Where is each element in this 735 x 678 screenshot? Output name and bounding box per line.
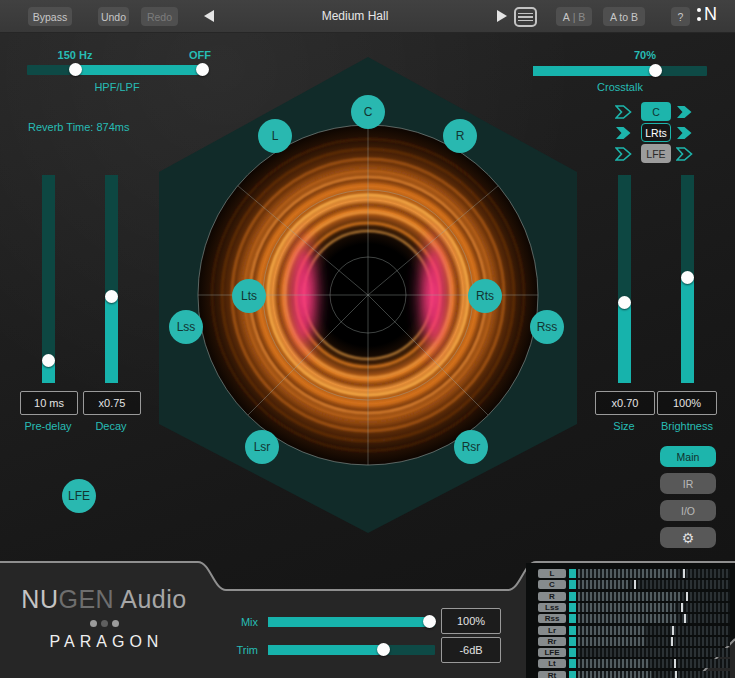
- trim-slider[interactable]: [268, 645, 435, 655]
- mix-value-box[interactable]: 100%: [441, 608, 501, 634]
- brand-dots-icon: [14, 620, 194, 627]
- a-to-b-button[interactable]: A to B: [603, 7, 645, 26]
- tab-io[interactable]: I/O: [660, 500, 716, 521]
- meter-label: Rt: [538, 671, 566, 678]
- nugen-n-logo: N: [697, 5, 717, 23]
- meter-label: Rss: [538, 614, 566, 623]
- meter-peak-tick: [634, 580, 636, 589]
- meter-label: Lt: [538, 659, 566, 668]
- meter-input-block: [569, 592, 576, 601]
- trim-label: Trim: [198, 644, 258, 656]
- channel-node-lsr[interactable]: Lsr: [245, 430, 279, 464]
- meter-row-lr: Lr: [538, 626, 732, 635]
- meter-bar: [578, 659, 730, 668]
- meter-input-block: [569, 659, 576, 668]
- meter-row-lfe: LFE: [538, 648, 732, 657]
- mix-handle[interactable]: [423, 615, 436, 628]
- meter-input-block: [569, 569, 576, 578]
- meter-peak-tick: [671, 637, 673, 646]
- meter-peak-tick: [686, 592, 688, 601]
- channel-node-lts[interactable]: Lts: [232, 279, 266, 313]
- settings-button[interactable]: ⚙: [660, 527, 716, 548]
- tab-ir[interactable]: IR: [660, 473, 716, 494]
- channel-node-l[interactable]: L: [258, 119, 292, 153]
- meter-input-block: [569, 614, 576, 623]
- meter-input-block: [569, 580, 576, 589]
- title-bar: Bypass Undo Redo Medium Hall A | B A to …: [0, 0, 735, 33]
- size-value-box[interactable]: x0.70: [595, 391, 655, 415]
- previous-preset-icon[interactable]: [204, 10, 214, 22]
- meter-bar: [578, 637, 730, 646]
- meter-peak-tick: [683, 569, 685, 578]
- meter-bar: [578, 614, 730, 623]
- meter-input-block: [569, 671, 576, 678]
- undo-button[interactable]: Undo: [98, 7, 129, 26]
- trim-handle[interactable]: [377, 643, 390, 656]
- meter-label: Lr: [538, 626, 566, 635]
- brand-block: NUGEN Audio PARAGON: [14, 585, 194, 651]
- meter-row-rr: Rr: [538, 637, 732, 646]
- redo-button[interactable]: Redo: [141, 7, 178, 26]
- logo-letter: N: [704, 5, 717, 23]
- meter-label: R: [538, 592, 566, 601]
- channel-node-lfe[interactable]: LFE: [62, 479, 96, 513]
- channel-node-rss[interactable]: Rss: [530, 310, 564, 344]
- pre-delay-value-box[interactable]: 10 ms: [20, 391, 78, 415]
- product-name: PARAGON: [14, 633, 194, 651]
- meter-bar: [578, 580, 730, 589]
- output-meters: LCRLssRssLrRrLFELtRt: [538, 569, 732, 677]
- meter-bar: [578, 592, 730, 601]
- paragon-plugin-window: Bypass Undo Redo Medium Hall A | B A to …: [0, 0, 735, 678]
- channel-node-r[interactable]: R: [443, 119, 477, 153]
- meter-input-block: [569, 626, 576, 635]
- meter-row-c: C: [538, 580, 732, 589]
- meter-peak-tick: [684, 614, 686, 623]
- meter-peak-tick: [681, 603, 683, 612]
- tab-main[interactable]: Main: [660, 446, 716, 467]
- channel-node-rts[interactable]: Rts: [468, 279, 502, 313]
- logo-dots-icon: [697, 8, 701, 21]
- gear-icon: ⚙: [682, 530, 695, 546]
- help-button[interactable]: ?: [671, 7, 690, 26]
- meter-bar: [578, 648, 730, 657]
- meter-peak-tick: [675, 671, 677, 678]
- bypass-button[interactable]: Bypass: [28, 7, 72, 26]
- footer-panel: NUGEN Audio PARAGON Mix 100% Trim -6dB L…: [0, 558, 735, 678]
- meter-peak-tick: [672, 626, 674, 635]
- meter-row-rt: Rt: [538, 671, 732, 678]
- trim-value-box[interactable]: -6dB: [441, 637, 501, 663]
- meter-label: L: [538, 569, 566, 578]
- meter-row-l: L: [538, 569, 732, 578]
- next-preset-icon[interactable]: [497, 10, 507, 22]
- meter-bar: [578, 626, 730, 635]
- meter-label: Rr: [538, 637, 566, 646]
- brand-name: NUGEN Audio: [14, 585, 194, 614]
- ab-compare-button[interactable]: A | B: [556, 7, 592, 26]
- meter-input-block: [569, 648, 576, 657]
- meter-input-block: [569, 603, 576, 612]
- meter-row-lss: Lss: [538, 603, 732, 612]
- channel-node-lss[interactable]: Lss: [169, 310, 203, 344]
- mix-slider[interactable]: [268, 617, 435, 627]
- meter-bar: [578, 671, 730, 678]
- ab-a-label: A: [563, 11, 570, 23]
- meter-row-lt: Lt: [538, 659, 732, 668]
- brightness-value-box[interactable]: 100%: [657, 391, 717, 415]
- meter-input-block: [569, 637, 576, 646]
- meter-peak-tick: [674, 659, 676, 668]
- meter-label: Lss: [538, 603, 566, 612]
- ab-b-label: B: [578, 11, 585, 23]
- ab-separator: |: [573, 11, 576, 23]
- meter-label: LFE: [538, 648, 566, 657]
- preset-list-icon[interactable]: [514, 7, 537, 27]
- meter-bar: [578, 569, 730, 578]
- meter-bar: [578, 603, 730, 612]
- preset-name[interactable]: Medium Hall: [220, 9, 490, 23]
- meter-label: C: [538, 580, 566, 589]
- meter-row-rss: Rss: [538, 614, 732, 623]
- decay-value-box[interactable]: x0.75: [83, 391, 141, 415]
- mix-label: Mix: [198, 616, 258, 628]
- meter-row-r: R: [538, 592, 732, 601]
- channel-node-rsr[interactable]: Rsr: [454, 430, 488, 464]
- channel-node-c[interactable]: C: [351, 95, 385, 129]
